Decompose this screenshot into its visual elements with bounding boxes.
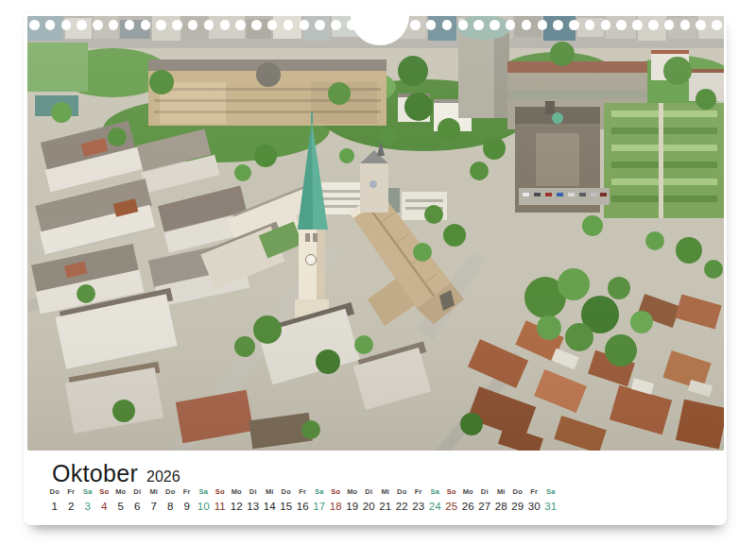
weekday-label: Di — [476, 487, 493, 497]
day-column: Sa31 — [542, 487, 559, 512]
day-column: Mi7 — [146, 487, 163, 512]
weekday-label: Fr — [63, 487, 80, 497]
day-number: 30 — [526, 501, 543, 512]
weekday-label: Fr — [295, 487, 312, 497]
weekday-label: So — [96, 487, 113, 497]
weekday-label: Sa — [427, 487, 444, 497]
day-number: 3 — [79, 501, 96, 512]
aerial-photo-svg — [27, 16, 724, 451]
day-column: Do22 — [394, 487, 411, 512]
month-label: Oktober — [52, 460, 138, 487]
day-number: 5 — [112, 501, 129, 512]
day-column: Fr30 — [526, 487, 543, 512]
weekday-label: Sa — [79, 487, 96, 497]
day-number: 27 — [476, 501, 493, 512]
day-column: Fr16 — [295, 487, 312, 512]
weekday-label: Do — [163, 487, 180, 497]
weekday-label: Di — [245, 487, 262, 497]
weekday-label: Fr — [410, 487, 427, 497]
weekday-label: Fr — [179, 487, 196, 497]
weekday-label: Mo — [229, 487, 246, 497]
weekday-label: Mo — [460, 487, 477, 497]
weekday-label: Do — [278, 487, 295, 497]
day-column: Sa10 — [196, 487, 213, 512]
day-column: Sa3 — [79, 487, 96, 512]
day-number: 21 — [377, 501, 394, 512]
day-column: Sa17 — [311, 487, 328, 512]
day-column: Fr23 — [410, 487, 427, 512]
calendar-photo — [27, 16, 724, 451]
day-column: Do29 — [509, 487, 526, 512]
day-column: Di27 — [476, 487, 493, 512]
day-number: 22 — [394, 501, 411, 512]
day-column: Do8 — [163, 487, 180, 512]
weekday-label: Do — [394, 487, 411, 497]
weekday-label: Fr — [526, 487, 543, 497]
weekday-label: Mi — [377, 487, 394, 497]
weekday-label: Sa — [196, 487, 213, 497]
day-number: 31 — [542, 501, 559, 512]
day-number: 26 — [460, 501, 477, 512]
day-number: 17 — [311, 501, 328, 512]
day-number: 9 — [179, 501, 196, 512]
weekday-label: Mi — [262, 487, 279, 497]
day-number: 10 — [196, 501, 213, 512]
day-column: So4 — [96, 487, 113, 512]
day-number: 8 — [163, 501, 180, 512]
day-number: 24 — [427, 501, 444, 512]
weekday-label: Do — [46, 487, 63, 497]
day-number: 19 — [344, 501, 361, 512]
day-column: Do15 — [278, 487, 295, 512]
day-number: 1 — [46, 501, 63, 512]
weekday-label: So — [443, 487, 460, 497]
day-number: 4 — [96, 501, 113, 512]
day-column: Mo12 — [229, 487, 246, 512]
day-number: 25 — [443, 501, 460, 512]
day-column: Do1 — [46, 487, 63, 512]
weekday-label: So — [328, 487, 345, 497]
weekday-label: Di — [129, 487, 146, 497]
weekday-label: Di — [361, 487, 378, 497]
weekday-label: Mo — [344, 487, 361, 497]
day-number: 13 — [245, 501, 262, 512]
day-number: 12 — [229, 501, 246, 512]
weekday-label: Mo — [112, 487, 129, 497]
weekday-label: Mi — [146, 487, 163, 497]
calendar-page: Oktober 2026 Do1Fr2Sa3So4Mo5Di6Mi7Do8Fr9… — [24, 12, 727, 525]
day-column: Di6 — [129, 487, 146, 512]
month-title: Oktober 2026 — [52, 460, 180, 487]
day-column: Mo5 — [112, 487, 129, 512]
day-number: 14 — [262, 501, 279, 512]
day-number: 18 — [328, 501, 345, 512]
day-column: So25 — [443, 487, 460, 512]
mini-calendar-grid: Do1Fr2Sa3So4Mo5Di6Mi7Do8Fr9Sa10So11Mo12D… — [46, 487, 559, 512]
day-column: Fr2 — [63, 487, 80, 512]
day-column: Mi14 — [262, 487, 279, 512]
weekday-label: Mi — [493, 487, 510, 497]
day-number: 6 — [129, 501, 146, 512]
calendar-product-shot: Oktober 2026 Do1Fr2Sa3So4Mo5Di6Mi7Do8Fr9… — [0, 0, 756, 545]
day-number: 11 — [212, 501, 229, 512]
day-column: Mo26 — [460, 487, 477, 512]
day-column: Sa24 — [427, 487, 444, 512]
weekday-label: So — [212, 487, 229, 497]
day-column: So11 — [212, 487, 229, 512]
weekday-label: Do — [509, 487, 526, 497]
day-column: Mo19 — [344, 487, 361, 512]
day-column: Di13 — [245, 487, 262, 512]
day-number: 20 — [361, 501, 378, 512]
day-number: 16 — [295, 501, 312, 512]
day-number: 28 — [493, 501, 510, 512]
day-column: Fr9 — [179, 487, 196, 512]
day-number: 23 — [410, 501, 427, 512]
day-column: So18 — [328, 487, 345, 512]
day-column: Di20 — [361, 487, 378, 512]
day-number: 7 — [146, 501, 163, 512]
weekday-label: Sa — [542, 487, 559, 497]
day-column: Mi28 — [493, 487, 510, 512]
day-number: 2 — [63, 501, 80, 512]
year-label: 2026 — [146, 468, 180, 485]
day-number: 29 — [509, 501, 526, 512]
day-column: Mi21 — [377, 487, 394, 512]
day-number: 15 — [278, 501, 295, 512]
